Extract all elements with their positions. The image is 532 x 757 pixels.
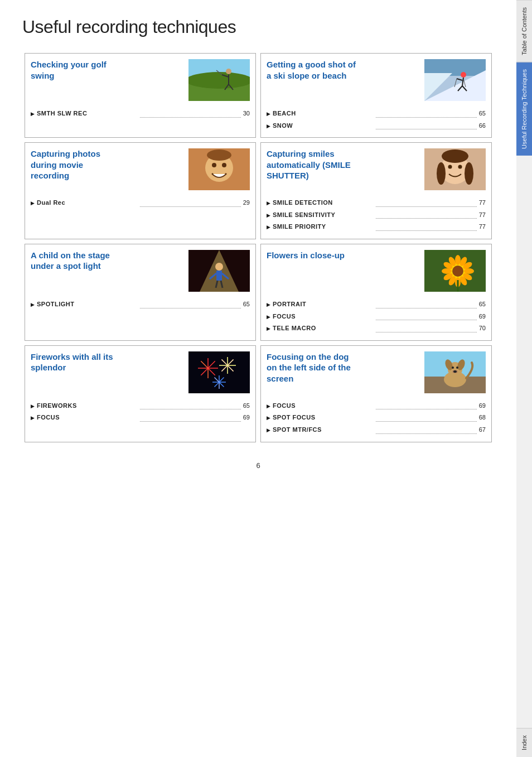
menu-label: FIREWORKS: [37, 401, 138, 411]
card-flowers-image: [424, 250, 486, 292]
card-smile-image: [424, 148, 486, 190]
card-ski-body: ▶ BEACH 65 ▶ SNOW 66: [261, 104, 491, 137]
menu-item: ▶ FOCUS 69: [31, 413, 250, 423]
menu-dots: [376, 416, 477, 422]
menu-label: FOCUS: [273, 401, 374, 411]
menu-dots: [376, 123, 477, 129]
card-flowers-header: Flowers in close-up: [261, 244, 491, 295]
menu-dots: [140, 112, 241, 118]
menu-dots: [140, 302, 241, 308]
svg-point-24: [222, 163, 226, 167]
arrow-icon: ▶: [31, 414, 35, 422]
arrow-icon: ▶: [267, 325, 270, 332]
card-ski-title: Getting a good shot of a ski slope or be…: [267, 59, 356, 81]
menu-label: TELE MACRO: [273, 324, 374, 334]
arrow-icon: ▶: [267, 122, 270, 130]
menu-label: FOCUS: [37, 413, 138, 423]
card-ski-header: Getting a good shot of a ski slope or be…: [261, 54, 491, 104]
menu-item: ▶ SMILE SENSITIVITY 77: [267, 210, 486, 220]
menu-page: 66: [479, 121, 486, 131]
menu-label: SPOT MTR/FCS: [273, 425, 374, 435]
card-golf-image: [188, 59, 250, 101]
menu-dots: [376, 201, 477, 207]
tab-table-of-contents[interactable]: Table of Contents: [516, 0, 532, 62]
svg-rect-36: [216, 271, 222, 281]
page-container: Useful recording techniques Checking you…: [0, 0, 532, 757]
svg-point-23: [212, 163, 216, 167]
card-spotlight: A child on the stage under a spot light: [25, 244, 256, 341]
menu-label: FOCUS: [273, 312, 374, 322]
arrow-icon: ▶: [267, 313, 270, 321]
menu-label: SPOT FOCUS: [273, 413, 374, 423]
arrow-icon: ▶: [267, 223, 270, 231]
menu-label: SMILE SENSITIVITY: [273, 210, 374, 220]
svg-point-14: [461, 72, 466, 78]
card-dog-title: Focusing on the dog on the left side of …: [267, 351, 356, 384]
svg-point-30: [442, 150, 468, 163]
menu-item: ▶ SMTH SLW REC 30: [31, 109, 250, 119]
menu-dots: [376, 428, 477, 434]
card-ski: Getting a good shot of a ski slope or be…: [260, 53, 492, 138]
arrow-icon: ▶: [267, 426, 270, 434]
svg-point-32: [465, 162, 473, 185]
menu-item: ▶ SMILE DETECTION 77: [267, 198, 486, 208]
svg-point-47: [464, 268, 474, 274]
svg-point-53: [442, 268, 452, 274]
menu-page: 77: [479, 198, 486, 208]
main-content: Useful recording techniques Checking you…: [0, 0, 516, 757]
card-fireworks-header: Fireworks with all its splendor: [25, 346, 255, 397]
menu-dots: [140, 403, 241, 409]
menu-item: ▶ SPOT MTR/FCS 67: [267, 425, 486, 435]
card-capturing-body: ▶ Dual Rec 29: [25, 194, 255, 215]
card-capturing-header: Capturing photos during movie recording: [25, 143, 255, 194]
menu-dots: [376, 302, 477, 308]
menu-item: ▶ PORTRAIT 65: [267, 300, 486, 310]
menu-page: 69: [479, 312, 486, 322]
tab-useful-recording[interactable]: Useful Recording Techniques: [516, 62, 532, 156]
tab-index[interactable]: Index: [516, 728, 532, 757]
menu-item: ▶ TELE MACRO 70: [267, 324, 486, 334]
card-flowers-body: ▶ PORTRAIT 65 ▶ FOCUS 69 ▶ TELE MACRO: [261, 295, 491, 340]
menu-page: 65: [479, 109, 486, 119]
svg-point-44: [455, 255, 461, 265]
menu-label: SMILE PRIORITY: [273, 222, 374, 232]
card-golf-body: ▶ SMTH SLW REC 30: [25, 104, 255, 126]
svg-point-28: [448, 165, 452, 169]
card-ski-image: [424, 59, 486, 101]
card-capturing: Capturing photos during movie recording: [25, 142, 256, 239]
svg-point-88: [452, 367, 454, 369]
svg-point-3: [188, 72, 250, 89]
menu-dots: [140, 416, 241, 422]
card-smile-header: Capturing smiles automatically (SMILE SH…: [261, 143, 491, 194]
menu-item: ▶ BEACH 65: [267, 109, 486, 119]
menu-dots: [376, 403, 477, 409]
card-fireworks-body: ▶ FIREWORKS 65 ▶ FOCUS 69: [25, 397, 255, 430]
card-flowers: Flowers in close-up: [260, 244, 492, 341]
page-number: 6: [22, 461, 494, 470]
menu-page: 65: [243, 401, 250, 411]
card-smile-body: ▶ SMILE DETECTION 77 ▶ SMILE SENSITIVITY…: [261, 194, 491, 239]
menu-item: ▶ SNOW 66: [267, 121, 486, 131]
card-smile-title: Capturing smiles automatically (SMILE SH…: [267, 148, 356, 181]
card-smile: Capturing smiles automatically (SMILE SH…: [260, 142, 492, 239]
menu-page: 68: [479, 413, 486, 423]
svg-point-31: [437, 162, 446, 185]
card-golf-title: Checking your golf swing: [31, 59, 120, 81]
menu-item: ▶ Dual Rec 29: [31, 198, 250, 208]
card-dog: Focusing on the dog on the left side of …: [260, 345, 492, 442]
menu-page: 77: [479, 210, 486, 220]
menu-dots: [376, 314, 477, 320]
svg-point-35: [215, 263, 223, 271]
card-spotlight-image: [188, 250, 250, 292]
arrow-icon: ▶: [31, 301, 35, 308]
card-capturing-image: [188, 148, 250, 190]
tab-spacer: [516, 156, 532, 729]
arrow-icon: ▶: [31, 199, 35, 207]
svg-point-25: [207, 150, 231, 161]
menu-label: PORTRAIT: [273, 300, 374, 310]
arrow-icon: ▶: [267, 301, 270, 308]
menu-label: SPOTLIGHT: [37, 300, 138, 310]
menu-page: 65: [479, 300, 486, 310]
menu-dots: [376, 326, 477, 332]
card-fireworks-image: [188, 351, 250, 393]
